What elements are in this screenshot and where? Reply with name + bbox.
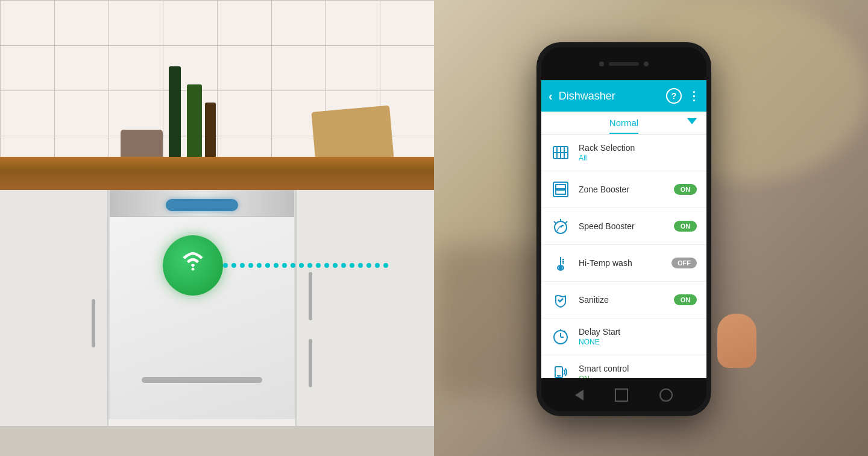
floor	[0, 426, 434, 456]
speaker-bar	[609, 62, 639, 66]
back-button[interactable]: ‹	[549, 89, 553, 103]
dot-9	[291, 263, 295, 268]
delay-start-value: NONE	[579, 338, 697, 346]
hi-temp-toggle[interactable]: OFF	[671, 258, 697, 268]
zone-booster-toggle[interactable]: ON	[674, 184, 697, 195]
dot-5	[257, 263, 262, 268]
smart-control-info: Smart control ON	[579, 364, 697, 378]
setting-zone-booster[interactable]: Zone Booster ON	[541, 171, 706, 208]
camera-dot-1	[599, 62, 604, 66]
nav-recents-button[interactable]	[659, 388, 673, 402]
mode-selector[interactable]: Normal	[541, 112, 706, 135]
dot-12	[316, 263, 321, 268]
dishwasher	[108, 190, 295, 419]
cabinet-right	[295, 190, 434, 456]
bottle-2	[187, 84, 202, 163]
phone-container: ‹ Dishwasher ? ⋮ Normal	[506, 30, 747, 440]
dot-8	[282, 263, 287, 268]
delay-icon	[551, 327, 570, 346]
dot-13	[324, 263, 329, 268]
delay-start-label: Delay Start	[579, 327, 697, 337]
dishwasher-panel	[166, 199, 238, 211]
sanitize-info: Sanitize	[579, 295, 665, 305]
camera-dot-2	[644, 62, 649, 66]
phone-screen: ‹ Dishwasher ? ⋮ Normal	[541, 80, 706, 378]
cabinet-right-handle-top	[309, 272, 312, 320]
sanitize-label: Sanitize	[579, 295, 665, 305]
svg-rect-11	[556, 190, 565, 194]
phone-top-bar	[541, 47, 706, 80]
phone-bottom-bar	[541, 378, 706, 411]
dot-7	[274, 263, 278, 268]
phone-inner: ‹ Dishwasher ? ⋮ Normal	[541, 47, 706, 411]
cabinet-left-handle	[92, 299, 95, 347]
mode-arrow-icon	[687, 118, 697, 124]
settings-list: Rack Selection All	[541, 135, 706, 378]
svg-rect-10	[556, 185, 565, 189]
dot-14	[333, 263, 338, 268]
cabinet-area	[0, 190, 434, 456]
counter-items	[121, 30, 410, 163]
speed-booster-label: Speed Booster	[579, 221, 665, 231]
wifi-circle[interactable]	[163, 235, 223, 296]
bottle-3	[205, 103, 216, 163]
kitchen-panel	[0, 0, 434, 456]
dot-1	[223, 263, 228, 268]
setting-sanitize[interactable]: Sanitize ON	[541, 282, 706, 318]
sanitize-icon	[551, 290, 570, 309]
dotted-line	[223, 264, 434, 267]
zone-booster-label: Zone Booster	[579, 185, 665, 194]
setting-hi-temp[interactable]: Hi-Temp wash OFF	[541, 245, 706, 282]
help-button[interactable]: ?	[666, 88, 682, 104]
dishwasher-strip	[110, 190, 294, 217]
dot-17	[358, 263, 363, 268]
smart-icon	[551, 364, 570, 378]
dot-16	[350, 263, 354, 268]
app-header: ‹ Dishwasher ? ⋮	[541, 80, 706, 112]
delay-start-info: Delay Start NONE	[579, 327, 697, 346]
mode-tab-normal[interactable]: Normal	[609, 118, 638, 134]
svg-line-15	[554, 221, 556, 223]
speed-booster-info: Speed Booster	[579, 221, 665, 231]
svg-point-20	[559, 267, 562, 270]
zone-icon	[551, 180, 570, 199]
temp-icon	[551, 253, 570, 273]
dishwasher-handle	[142, 377, 262, 383]
sanitize-toggle[interactable]: ON	[674, 294, 697, 305]
svg-line-25	[564, 331, 565, 332]
setting-rack-selection[interactable]: Rack Selection All	[541, 135, 706, 171]
rack-selection-label: Rack Selection	[579, 143, 697, 153]
app-title: Dishwasher	[559, 90, 660, 103]
rack-icon	[551, 143, 570, 162]
dot-4	[248, 263, 253, 268]
wifi-icon	[181, 249, 204, 277]
finger	[717, 314, 756, 368]
cabinet-right-handle-bottom	[309, 339, 312, 387]
hi-temp-info: Hi-Temp wash	[579, 258, 663, 268]
dot-19	[375, 263, 380, 268]
setting-speed-booster[interactable]: Speed Booster ON	[541, 208, 706, 245]
cabinet-left	[0, 190, 108, 456]
nav-back-button[interactable]	[575, 390, 583, 401]
dot-20	[383, 263, 388, 268]
dot-10	[299, 263, 304, 268]
dot-6	[265, 263, 270, 268]
svg-point-0	[192, 267, 195, 270]
dot-15	[341, 263, 346, 268]
speed-booster-toggle[interactable]: ON	[674, 221, 697, 232]
nav-home-button[interactable]	[615, 388, 628, 402]
hi-temp-label: Hi-Temp wash	[579, 258, 663, 268]
dot-3	[240, 263, 245, 268]
counter	[0, 157, 434, 190]
more-button[interactable]: ⋮	[688, 89, 699, 103]
setting-smart-control[interactable]: Smart control ON	[541, 355, 706, 378]
dot-11	[307, 263, 312, 268]
rack-selection-info: Rack Selection All	[579, 143, 697, 162]
zone-booster-info: Zone Booster	[579, 185, 665, 194]
rack-selection-value: All	[579, 154, 697, 162]
bottle-1	[169, 66, 181, 163]
phone-frame: ‹ Dishwasher ? ⋮ Normal	[536, 42, 711, 416]
speed-icon	[551, 217, 570, 236]
dot-18	[366, 263, 371, 268]
setting-delay-start[interactable]: Delay Start NONE	[541, 318, 706, 355]
